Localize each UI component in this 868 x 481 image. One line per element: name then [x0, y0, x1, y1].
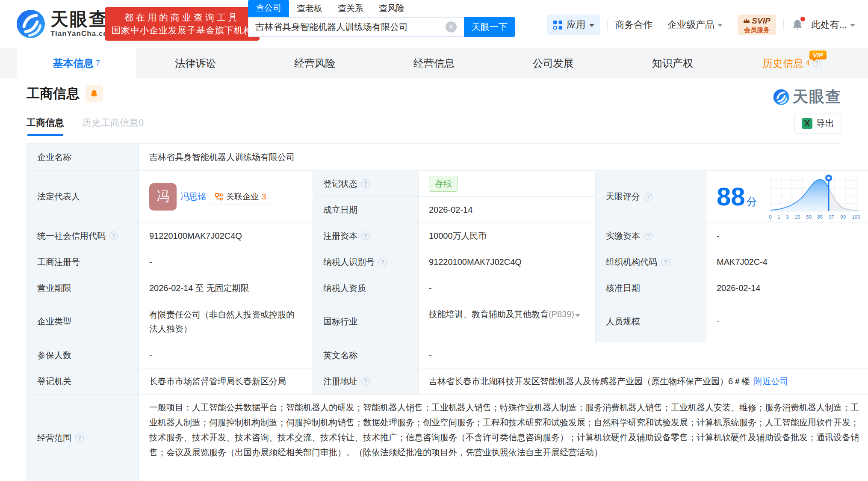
- nearby-companies-link[interactable]: 附近公司: [754, 376, 788, 387]
- related-companies-icon: [215, 193, 223, 201]
- field-value-establish-date: 2026-02-14: [419, 197, 596, 223]
- help-icon[interactable]: [75, 433, 84, 442]
- field-value-reg-address: 吉林省长春市北湖科技开发区智能机器人及传感器产业园（原生物环保产业园）6＃楼 附…: [419, 368, 868, 395]
- field-value-tianyan-score: 88 分: [706, 171, 868, 223]
- help-icon[interactable]: [361, 377, 370, 386]
- field-label-taxpayer-quality: 纳税人资质: [313, 275, 419, 301]
- field-label-company-type: 企业类型: [27, 301, 139, 342]
- field-value-business-scope: 一般项目：人工智能公共数据平台；智能机器人的研发；智能机器人销售；工业机器人销售…: [139, 395, 868, 481]
- clear-icon[interactable]: [446, 21, 457, 33]
- help-icon[interactable]: [361, 232, 370, 240]
- excel-icon: [802, 118, 812, 129]
- svip-label: SVIP: [752, 17, 770, 25]
- field-value-credit-code: 91220100MAK7J02C4Q: [139, 223, 313, 249]
- field-value-reg-capital: 10000万人民币: [419, 223, 596, 249]
- tab-legal-proceedings[interactable]: 法律诉讼: [136, 48, 255, 78]
- field-label-taxpayer-id: 纳税人识别号: [313, 249, 419, 275]
- field-label-establish-date: 成立日期: [313, 197, 419, 223]
- search-tab-relation[interactable]: 查关系: [330, 1, 371, 17]
- user-label: 此处有...: [811, 18, 847, 31]
- score-distribution-curve: [769, 174, 860, 213]
- search-area: 查公司 查老板 查关系 查风险 天眼一下: [248, 3, 515, 37]
- tab-label: 经营信息: [413, 56, 455, 70]
- subtab-history-business-info[interactable]: 历史工商信息0: [82, 116, 144, 129]
- divider: [607, 19, 608, 30]
- tab-intellectual-property[interactable]: 知识产权: [613, 48, 732, 78]
- help-icon[interactable]: [361, 179, 370, 188]
- logo-swirl-icon: [773, 89, 789, 105]
- field-label-approval-date: 核准日期: [596, 275, 706, 301]
- field-label-reg-capital: 注册资本: [313, 223, 419, 249]
- tianyancha-logo[interactable]: 天眼查 TianYanCha.com: [16, 9, 115, 39]
- apps-grid-icon: [553, 20, 563, 30]
- field-label-credit-code: 统一社会信用代码: [27, 223, 139, 249]
- related-companies-badge[interactable]: 关联企业 3: [210, 189, 271, 205]
- logo-swirl-icon: [16, 9, 45, 39]
- promo-line2: 国家中小企业发展子基金旗下机构: [112, 24, 253, 37]
- field-value-approval-date: 2026-02-14: [706, 275, 868, 301]
- help-icon[interactable]: [378, 258, 387, 266]
- svip-badge[interactable]: SVIP 会员服务: [738, 15, 776, 35]
- chevron-down-icon[interactable]: [575, 314, 580, 317]
- field-value-taxpayer-quality: -: [419, 275, 596, 301]
- tab-operation-risk[interactable]: 经营风险: [255, 48, 375, 78]
- subtab-business-info[interactable]: 工商信息: [27, 116, 64, 129]
- export-button[interactable]: 导出: [794, 113, 841, 134]
- tab-history-info[interactable]: 历史信息 4 VIP: [732, 48, 851, 78]
- help-icon[interactable]: [661, 258, 670, 266]
- subtabs: 工商信息 历史工商信息0: [27, 116, 144, 129]
- notification-dot: [800, 17, 805, 21]
- field-value-company-type: 有限责任公司（非自然人投资或控股的法人独资）: [139, 301, 313, 342]
- help-icon[interactable]: [109, 232, 118, 240]
- score-axis-labels: 01 315 5085 9799 100: [769, 214, 860, 220]
- promo-badge: 都在用的商业查询工具 国家中小企业发展子基金旗下机构: [105, 7, 260, 41]
- score-chart: 01 315 5085 9799 100: [769, 174, 860, 220]
- legal-rep-link[interactable]: 冯思铭: [180, 191, 206, 202]
- field-label-reg-number: 工商注册号: [27, 249, 139, 275]
- search-tab-risk[interactable]: 查风险: [371, 1, 412, 17]
- svip-sub-label: 会员服务: [743, 27, 770, 33]
- company-tabs: 基本信息 7 法律诉讼 经营风险 经营信息 公司发展 知识产权 历史信息 4 V…: [0, 48, 868, 78]
- tab-company-development[interactable]: 公司发展: [493, 48, 613, 78]
- search-tab-boss[interactable]: 查老板: [289, 1, 330, 17]
- tab-label: 基本信息: [53, 56, 94, 70]
- tab-label: 知识产权: [652, 56, 693, 70]
- field-label-paid-capital: 实缴资本: [596, 223, 706, 249]
- status-badge: 存续: [429, 176, 458, 192]
- section-title: 工商信息: [27, 85, 80, 103]
- legal-rep-avatar[interactable]: 冯: [149, 183, 177, 211]
- help-icon[interactable]: [644, 193, 652, 201]
- tab-basic-info[interactable]: 基本信息 7: [17, 48, 136, 78]
- field-value-reg-authority: 长春市市场监督管理局长春新区分局: [139, 368, 313, 395]
- search-tab-company[interactable]: 查公司: [248, 0, 289, 17]
- field-label-staff-size: 人员规模: [596, 301, 706, 342]
- export-label: 导出: [816, 117, 834, 129]
- search-button[interactable]: 天眼一下: [464, 17, 515, 37]
- industry-code: (P839): [549, 309, 574, 319]
- tab-operation-info[interactable]: 经营信息: [375, 48, 494, 78]
- divider: [730, 19, 730, 30]
- field-value-reg-number: -: [139, 249, 313, 275]
- apps-menu[interactable]: 应用: [547, 15, 600, 35]
- apps-label: 应用: [567, 18, 585, 31]
- tab-label: 经营风险: [294, 56, 335, 70]
- top-navigation: 应用 商务合作 企业级产品 SVIP 会员服务: [547, 15, 855, 35]
- top-header: 天眼查 TianYanCha.com 都在用的商业查询工具 国家中小企业发展子基…: [0, 0, 868, 48]
- subscribe-bell-button[interactable]: [86, 85, 103, 102]
- field-label-reg-authority: 登记机关: [27, 368, 139, 395]
- notification-bell[interactable]: [791, 18, 804, 31]
- search-input[interactable]: [248, 17, 464, 37]
- related-companies-count: 3: [262, 192, 266, 202]
- user-menu[interactable]: 此处有...: [811, 18, 855, 31]
- field-value-insured-count: -: [139, 342, 313, 368]
- crown-icon: [743, 18, 750, 24]
- field-value-paid-capital: -: [706, 223, 868, 249]
- field-label-english-name: 英文名称: [313, 342, 419, 368]
- field-value-english-name: -: [419, 342, 868, 368]
- nav-business-coop[interactable]: 商务合作: [615, 18, 652, 31]
- field-value-industry[interactable]: 技能培训、教育辅助及其他教育(P839): [419, 301, 596, 342]
- nav-enterprise-product[interactable]: 企业级产品: [667, 18, 723, 31]
- field-value-org-code: MAK7J02C-4: [706, 249, 868, 275]
- help-icon[interactable]: [644, 232, 652, 240]
- field-label-industry: 国标行业: [313, 301, 419, 342]
